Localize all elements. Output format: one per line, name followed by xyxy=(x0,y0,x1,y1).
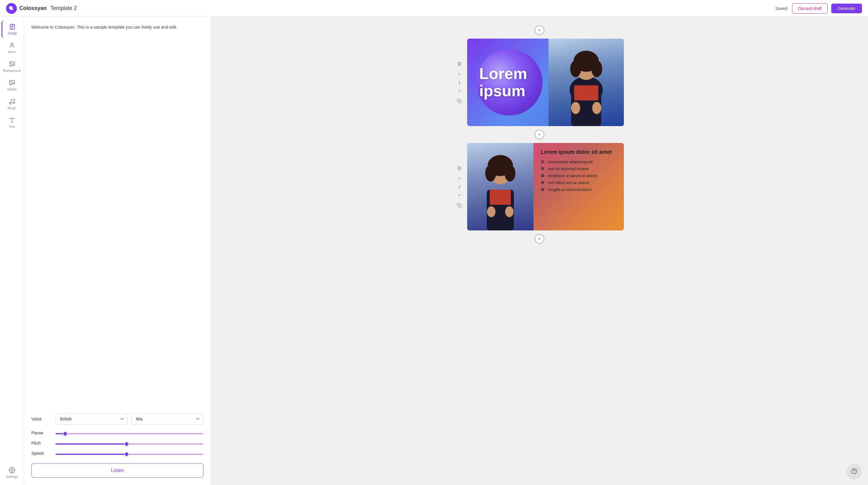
listen-button[interactable]: Listen xyxy=(31,463,204,478)
saved-status: Saved. xyxy=(775,6,789,11)
list-item-text: fringilla ut morbi tincidunt xyxy=(548,187,591,192)
right-panel: + 1 xyxy=(211,17,868,485)
copy-icon-2 xyxy=(457,203,462,208)
voice-name-select[interactable]: Mia John Sarah xyxy=(131,413,204,425)
topbar: Colossyan Template 2 Saved. Discard draf… xyxy=(0,0,868,17)
sidebar-label-actor: Actor xyxy=(8,50,16,54)
scene-1-down-button[interactable] xyxy=(455,87,464,95)
topbar-left: Colossyan Template 2 xyxy=(6,3,77,14)
trash-icon-2 xyxy=(457,166,462,171)
list-item: ④ non tellus orci ac auctor xyxy=(541,180,617,185)
voice-accent-select[interactable]: British American Australian xyxy=(56,413,128,425)
sidebar-item-media[interactable]: Media xyxy=(1,77,23,94)
help-button[interactable] xyxy=(847,464,861,478)
add-scene-middle-button[interactable]: + xyxy=(535,130,544,139)
scene-1-card[interactable]: Lorem ipsum xyxy=(467,38,624,126)
scene-1-up-button[interactable] xyxy=(455,70,464,79)
scene-1-delete-button[interactable] xyxy=(455,60,464,68)
svg-rect-26 xyxy=(459,205,461,207)
svg-point-12 xyxy=(13,102,14,104)
discard-draft-button[interactable]: Discard draft xyxy=(792,3,827,13)
sidebar-label-script: Script xyxy=(8,31,17,35)
list-item-text: non tellus orci ac auctor xyxy=(548,180,589,185)
chevron-down-icon xyxy=(457,88,462,93)
add-scene-bottom-button[interactable]: + xyxy=(535,234,544,244)
pitch-slider[interactable] xyxy=(56,444,204,445)
svg-point-24 xyxy=(571,102,580,114)
chevron-up-icon xyxy=(457,72,462,77)
logo-icon xyxy=(6,3,17,14)
generate-button[interactable]: Generate xyxy=(831,4,862,13)
background-icon xyxy=(9,61,16,67)
text-icon xyxy=(9,117,16,124)
scene-1-copy-button[interactable] xyxy=(455,97,464,105)
settings-icon xyxy=(9,467,16,474)
plus-icon-bottom: + xyxy=(538,236,541,242)
actor-figure-1 xyxy=(549,38,624,126)
voice-selects: British American Australian Mia John Sar… xyxy=(56,413,204,425)
music-icon xyxy=(9,98,16,105)
voice-section: Voice British American Australian Mia Jo… xyxy=(31,413,204,478)
sidebar-item-actor[interactable]: Actor xyxy=(1,39,23,57)
speed-row: Speed xyxy=(31,451,204,456)
scene-2-content: Lorem ipsum dolor sit amet ① consectetur… xyxy=(533,143,624,230)
topbar-right: Saved. Discard draft Generate xyxy=(775,3,862,13)
copy-icon xyxy=(457,98,462,104)
script-description: Welcome to Colossyan. This is a sample t… xyxy=(31,24,204,30)
actor-bg-2 xyxy=(467,143,533,230)
svg-rect-23 xyxy=(574,85,598,101)
sidebar-label-background: Background xyxy=(3,69,21,73)
plus-icon-top: + xyxy=(538,27,541,33)
sidebar-item-settings[interactable]: Settings xyxy=(1,464,23,481)
svg-point-34 xyxy=(505,206,514,217)
scene-1-controls: 1 xyxy=(455,60,464,105)
sidebar-label-text: Text xyxy=(9,125,15,129)
scene-1-actor-area xyxy=(549,38,624,126)
trash-icon xyxy=(457,61,462,66)
left-panel: Welcome to Colossyan. This is a sample t… xyxy=(24,17,211,485)
svg-point-25 xyxy=(592,102,601,114)
scene-1-number: 1 xyxy=(458,80,460,85)
scene-2-copy-button[interactable] xyxy=(455,201,464,210)
scene-2-card[interactable]: Lorem ipsum dolor sit amet ① consectetur… xyxy=(467,143,624,230)
pause-row: Pause xyxy=(31,430,204,435)
speed-label: Speed xyxy=(31,451,56,456)
svg-point-20 xyxy=(570,60,581,77)
list-item-text: sed do eiusmod tempor xyxy=(548,167,589,171)
pitch-slider-container xyxy=(56,440,204,446)
actor-icon xyxy=(9,42,16,49)
voice-label: Voice xyxy=(31,417,56,421)
svg-point-29 xyxy=(485,165,496,181)
media-icon xyxy=(9,80,16,86)
scene-2-up-button[interactable] xyxy=(455,174,464,183)
scene-2-title: Lorem ipsum dolor sit amet xyxy=(541,149,617,155)
list-item: ⑤ fringilla ut morbi tincidunt xyxy=(541,187,617,192)
pause-slider-container xyxy=(56,430,204,435)
scene-2-number: 2 xyxy=(458,184,460,189)
svg-point-21 xyxy=(591,60,602,77)
actor-bg-1 xyxy=(549,38,624,126)
list-item: ③ incididunt ut labore et dolore xyxy=(541,173,617,178)
scene-2-delete-button[interactable] xyxy=(455,164,464,173)
script-icon xyxy=(9,24,16,30)
scene-1-text: Lorem ipsum xyxy=(479,65,527,99)
add-scene-top-button[interactable]: + xyxy=(535,25,544,35)
sidebar-item-music[interactable]: Music xyxy=(1,95,23,113)
svg-point-15 xyxy=(11,469,13,471)
sidebar-label-media: Media xyxy=(7,87,17,91)
scene-1-visual: Lorem ipsum xyxy=(467,38,624,126)
speed-slider[interactable] xyxy=(56,454,204,455)
sidebar-item-script[interactable]: Script xyxy=(1,21,23,38)
pause-label: Pause xyxy=(31,430,56,435)
logo: Colossyan xyxy=(6,3,47,14)
sidebar: Script Actor Background Media xyxy=(0,17,24,485)
sidebar-label-settings: Settings xyxy=(6,475,18,478)
scene-2-down-button[interactable] xyxy=(455,191,464,199)
pause-slider[interactable] xyxy=(56,433,204,434)
sidebar-item-background[interactable]: Background xyxy=(1,58,23,76)
scene-1-wrapper: 1 Lorem xyxy=(223,38,856,126)
sidebar-item-text[interactable]: Text xyxy=(1,114,23,132)
svg-point-30 xyxy=(504,165,516,181)
svg-point-8 xyxy=(10,63,11,64)
svg-rect-32 xyxy=(490,190,511,205)
